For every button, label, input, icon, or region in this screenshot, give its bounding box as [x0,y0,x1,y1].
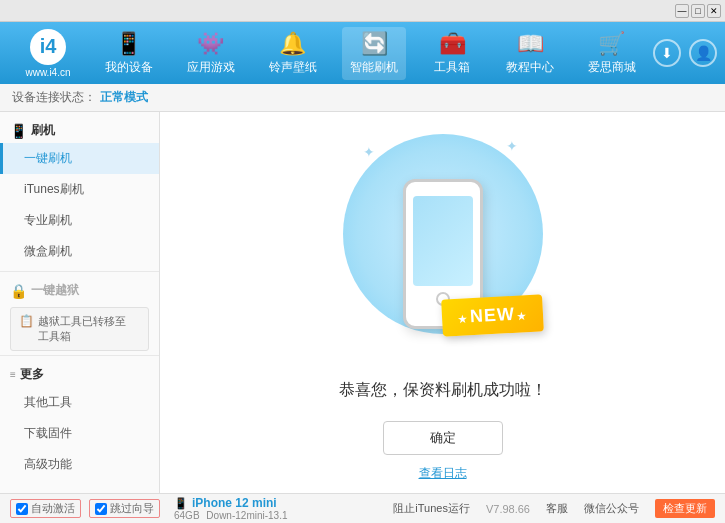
bottom-left: 自动激活 跳过向导 📱 iPhone 12 mini 64GB Down-12m… [10,496,288,521]
status-value: 正常模式 [100,89,148,106]
more-section-icon: ≡ [10,369,16,380]
smart-flash-icon: 🔄 [361,31,388,57]
nav-item-smart-flash[interactable]: 🔄 智能刷机 [342,27,406,80]
sparkle-2: ✦ [506,138,518,154]
status-label: 设备连接状态： [12,89,96,106]
device-info: 📱 iPhone 12 mini 64GB Down-12mini-13.1 [174,496,288,521]
my-device-icon: 📱 [115,31,142,57]
nav-item-smart-flash-label: 智能刷机 [350,59,398,76]
close-button[interactable]: ✕ [707,4,721,18]
jailbreak-info: 📋 越狱工具已转移至工具箱 [10,307,149,351]
itunes-label: 阻止iTunes运行 [393,501,470,516]
sidebar-item-one-click-flash[interactable]: 一键刷机 [0,143,159,174]
sidebar-item-downgrade-flash[interactable]: 微盒刷机 [0,236,159,267]
bottom-bar: 自动激活 跳过向导 📱 iPhone 12 mini 64GB Down-12m… [0,493,725,523]
auto-activate-label: 自动激活 [31,501,75,516]
sparkle-1: ✦ [363,144,375,160]
wechat-link[interactable]: 微信公众号 [584,501,639,516]
maximize-button[interactable]: □ [691,4,705,18]
jailbreak-section-icon: 🔒 [10,283,27,299]
version-label: V7.98.66 [486,503,530,515]
nav-bar: i4 www.i4.cn 📱 我的设备 👾 应用游戏 🔔 铃声壁纸 🔄 智能刷机… [0,22,725,84]
ringtone-icon: 🔔 [279,31,306,57]
nav-item-ringtone-label: 铃声壁纸 [269,59,317,76]
sidebar-divider-1 [0,271,159,272]
flash-section-label: 刷机 [31,122,55,139]
auto-activate-checkbox-container[interactable]: 自动激活 [10,499,81,518]
device-storage: 64GB [174,510,200,521]
device-icon: 📱 [174,497,188,510]
sidebar: 📱 刷机 一键刷机 iTunes刷机 专业刷机 微盒刷机 🔒 一键越狱 📋 越狱… [0,112,160,493]
logo-website: www.i4.cn [25,67,70,78]
skip-wizard-label: 跳过向导 [110,501,154,516]
sidebar-flash-section: 📱 刷机 [0,116,159,143]
tutorial-icon: 📖 [517,31,544,57]
itunes-label-container: 阻止iTunes运行 [393,501,470,516]
phone-screen [413,196,473,286]
more-section-label: 更多 [20,366,44,383]
nav-item-toolbox-label: 工具箱 [434,59,470,76]
nav-item-my-device-label: 我的设备 [105,59,153,76]
skip-wizard-checkbox-container[interactable]: 跳过向导 [89,499,160,518]
confirm-button[interactable]: 确定 [383,421,503,455]
jailbreak-section-label: 一键越狱 [31,282,79,299]
minimize-button[interactable]: — [675,4,689,18]
nav-right-controls: ⬇ 👤 [653,39,717,67]
bottom-right: 阻止iTunes运行 V7.98.66 客服 微信公众号 检查更新 [393,499,715,518]
phone-illustration: ✦ ✦ ✦ NEW [333,124,553,364]
download-button[interactable]: ⬇ [653,39,681,67]
nav-items: 📱 我的设备 👾 应用游戏 🔔 铃声壁纸 🔄 智能刷机 🧰 工具箱 📖 教程中心… [88,27,653,80]
app-game-icon: 👾 [197,31,224,57]
nav-item-store[interactable]: 🛒 爱思商城 [580,27,644,80]
nav-item-ringtone[interactable]: 🔔 铃声壁纸 [261,27,325,80]
success-text: 恭喜您，保资料刷机成功啦！ [339,380,547,401]
sidebar-item-other-tools[interactable]: 其他工具 [0,387,159,418]
device-firmware: Down-12mini-13.1 [206,510,287,521]
jailbreak-info-text: 越狱工具已转移至工具箱 [38,314,126,344]
sidebar-more-section: ≡ 更多 [0,360,159,387]
lock-icon: 📋 [19,314,34,328]
sidebar-item-itunes-flash[interactable]: iTunes刷机 [0,174,159,205]
back-link[interactable]: 查看日志 [419,465,467,482]
device-name: iPhone 12 mini [192,496,277,510]
nav-item-app-game-label: 应用游戏 [187,59,235,76]
nav-item-my-device[interactable]: 📱 我的设备 [97,27,161,80]
sidebar-divider-2 [0,355,159,356]
user-button[interactable]: 👤 [689,39,717,67]
store-icon: 🛒 [598,31,625,57]
logo-circle: i4 [30,29,66,65]
logo-icon: i4 [40,35,57,58]
app-logo: i4 www.i4.cn [8,29,88,78]
center-area: ✦ ✦ ✦ NEW 恭喜您，保资料刷机成功啦！ 确定 查看日志 [160,112,725,493]
nav-item-app-game[interactable]: 👾 应用游戏 [179,27,243,80]
status-bar: 设备连接状态： 正常模式 [0,84,725,112]
sidebar-item-pro-flash[interactable]: 专业刷机 [0,205,159,236]
sidebar-jailbreak-section: 🔒 一键越狱 [0,276,159,303]
flash-section-icon: 📱 [10,123,27,139]
nav-item-tutorial[interactable]: 📖 教程中心 [498,27,562,80]
nav-item-store-label: 爱思商城 [588,59,636,76]
update-button[interactable]: 检查更新 [655,499,715,518]
title-bar: — □ ✕ [0,0,725,22]
skip-wizard-checkbox[interactable] [95,503,107,515]
nav-item-toolbox[interactable]: 🧰 工具箱 [424,27,480,80]
new-badge: NEW [441,294,544,336]
auto-activate-checkbox[interactable] [16,503,28,515]
sidebar-item-advanced[interactable]: 高级功能 [0,449,159,480]
toolbox-icon: 🧰 [439,31,466,57]
sidebar-item-download-firmware[interactable]: 下载固件 [0,418,159,449]
nav-item-tutorial-label: 教程中心 [506,59,554,76]
main-content: 📱 刷机 一键刷机 iTunes刷机 专业刷机 微盒刷机 🔒 一键越狱 📋 越狱… [0,112,725,493]
service-link[interactable]: 客服 [546,501,568,516]
